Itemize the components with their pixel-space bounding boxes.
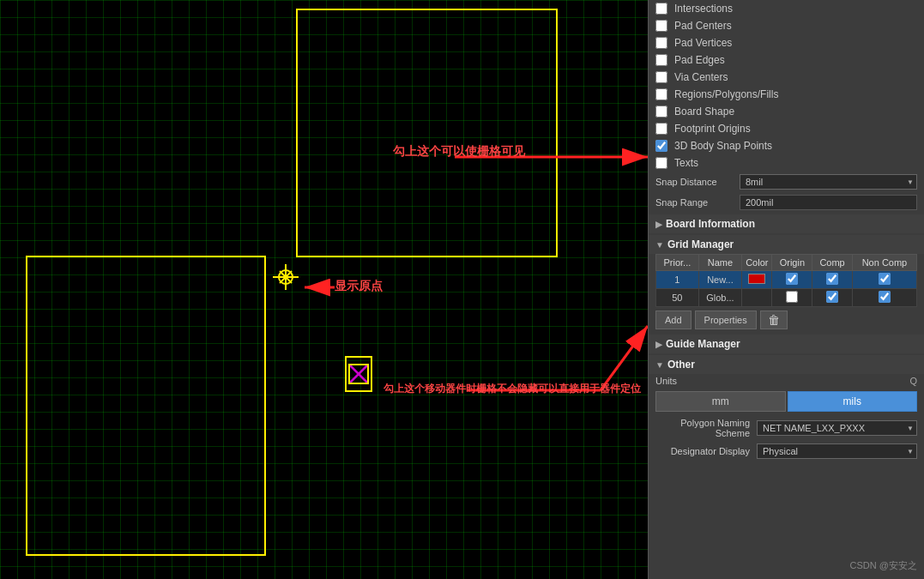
- unit-mils-button[interactable]: mils: [788, 391, 918, 412]
- pcb-rect-2: [26, 256, 266, 556]
- snap-item-texts[interactable]: Texts: [649, 154, 924, 172]
- row2-non-comp[interactable]: [852, 289, 916, 307]
- origin-marker: [273, 264, 299, 290]
- polygon-naming-row: Polygon NamingScheme NET NAME_LXX_PXXX: [649, 415, 924, 441]
- row2-name: Glob...: [698, 289, 741, 307]
- other-label: Other: [667, 359, 695, 371]
- col-name: Name: [698, 255, 741, 271]
- snap-item-board-shape[interactable]: Board Shape: [649, 103, 924, 120]
- table-row[interactable]: 50 Glob...: [656, 289, 917, 307]
- delete-grid-button[interactable]: 🗑: [760, 311, 788, 329]
- board-information-label: Board Information: [666, 218, 755, 230]
- unit-mm-button[interactable]: mm: [655, 391, 786, 412]
- snap-texts-label: Texts: [674, 157, 917, 169]
- row2-priority: 50: [656, 289, 699, 307]
- grid-manager-header[interactable]: ▼ Grid Manager: [649, 235, 924, 254]
- guide-manager-label: Guide Manager: [666, 338, 740, 350]
- snap-3d-body-label: 3D Body Snap Points: [674, 140, 917, 152]
- board-info-triangle: ▶: [655, 220, 662, 229]
- snap-items-list: Intersections Pad Centers Pad Vertices P…: [649, 0, 924, 172]
- col-comp: Comp: [812, 255, 853, 271]
- row2-non-comp-checkbox[interactable]: [879, 291, 891, 303]
- snap-distance-select[interactable]: 8mil: [740, 174, 917, 190]
- snap-pad-vertices-checkbox[interactable]: [655, 37, 667, 49]
- polygon-naming-label: Polygon NamingScheme: [655, 418, 750, 438]
- row1-origin-checkbox[interactable]: [786, 273, 798, 285]
- polygon-naming-dropdown-wrapper[interactable]: NET NAME_LXX_PXXX: [757, 420, 917, 436]
- annotation-bot: 勾上这个移动器件时栅格不会隐藏可以直接用于器件定位: [383, 382, 641, 396]
- row1-priority: 1: [656, 271, 699, 289]
- right-panel: Intersections Pad Centers Pad Vertices P…: [648, 0, 924, 579]
- designator-display-label: Designator Display: [655, 446, 750, 456]
- snap-pad-edges-checkbox[interactable]: [655, 54, 667, 66]
- row2-origin-checkbox[interactable]: [786, 291, 798, 303]
- snap-range-row: Snap Range: [649, 192, 924, 213]
- row1-color[interactable]: [742, 271, 772, 289]
- snap-via-centers-checkbox[interactable]: [655, 71, 667, 83]
- row2-comp[interactable]: [812, 289, 853, 307]
- col-non-comp: Non Comp: [852, 255, 916, 271]
- snap-intersections-label: Intersections: [674, 3, 917, 15]
- polygon-naming-select[interactable]: NET NAME_LXX_PXXX: [757, 420, 917, 436]
- grid-manager-triangle: ▼: [655, 240, 664, 250]
- units-search-icon: Q: [909, 376, 917, 386]
- snap-item-intersections[interactable]: Intersections: [649, 0, 924, 17]
- snap-texts-checkbox[interactable]: [655, 157, 667, 169]
- col-priority: Prior...: [656, 255, 699, 271]
- color-swatch-1: [748, 274, 765, 284]
- units-text-label: Units: [655, 376, 677, 386]
- watermark: CSDN @安安之: [850, 559, 917, 572]
- other-triangle: ▼: [655, 360, 664, 370]
- row2-origin[interactable]: [772, 289, 812, 307]
- snap-item-pad-vertices[interactable]: Pad Vertices: [649, 34, 924, 51]
- annotation-top: 勾上这个可以使栅格可见: [393, 144, 525, 160]
- snap-range-input[interactable]: [740, 195, 917, 210]
- snap-distance-dropdown-wrapper[interactable]: 8mil: [740, 174, 917, 190]
- snap-item-pad-edges[interactable]: Pad Edges: [649, 51, 924, 69]
- snap-regions-label: Regions/Polygons/Fills: [674, 88, 917, 100]
- snap-intersections-checkbox[interactable]: [655, 3, 667, 15]
- guide-manager-header[interactable]: ▶ Guide Manager: [649, 335, 924, 353]
- snap-footprint-origins-checkbox[interactable]: [655, 123, 667, 135]
- snap-regions-checkbox[interactable]: [655, 88, 667, 100]
- designator-display-select[interactable]: Physical Logical: [757, 443, 917, 459]
- component-marker: [345, 356, 372, 392]
- snap-board-shape-checkbox[interactable]: [655, 106, 667, 118]
- snap-footprint-origins-label: Footprint Origins: [674, 123, 917, 135]
- properties-button[interactable]: Properties: [695, 311, 757, 329]
- snap-via-centers-label: Via Centers: [674, 71, 917, 83]
- snap-item-footprint-origins[interactable]: Footprint Origins: [649, 120, 924, 137]
- row1-origin[interactable]: [772, 271, 812, 289]
- snap-item-via-centers[interactable]: Via Centers: [649, 69, 924, 86]
- pcb-canvas[interactable]: 勾上这个可以使栅格可见 显示原点 勾上这个移动器件时栅格不会隐藏可以直接用于器件…: [0, 0, 648, 579]
- col-color: Color: [742, 255, 772, 271]
- grid-table-container: Prior... Name Color Origin Comp Non Comp…: [649, 254, 924, 307]
- snap-distance-label: Snap Distance: [655, 177, 733, 187]
- snap-board-shape-label: Board Shape: [674, 106, 917, 118]
- row1-non-comp[interactable]: [852, 271, 916, 289]
- designator-display-dropdown-wrapper[interactable]: Physical Logical: [757, 443, 917, 459]
- snap-item-regions[interactable]: Regions/Polygons/Fills: [649, 86, 924, 103]
- row2-color: [742, 289, 772, 307]
- snap-item-pad-centers[interactable]: Pad Centers: [649, 17, 924, 34]
- snap-range-label: Snap Range: [655, 197, 733, 208]
- annotation-mid: 显示原点: [335, 279, 383, 294]
- table-row[interactable]: 1 New...: [656, 271, 917, 289]
- table-buttons-row: Add Properties 🗑: [649, 307, 924, 333]
- pcb-rect-1: [296, 9, 558, 257]
- row1-name: New...: [698, 271, 741, 289]
- snap-pad-vertices-label: Pad Vertices: [674, 37, 917, 49]
- snap-item-3d-body[interactable]: 3D Body Snap Points: [649, 137, 924, 154]
- other-header[interactable]: ▼ Other: [649, 355, 924, 374]
- snap-pad-centers-label: Pad Centers: [674, 20, 917, 32]
- board-information-header[interactable]: ▶ Board Information: [649, 214, 924, 233]
- row1-comp-checkbox[interactable]: [826, 273, 838, 285]
- snap-pad-centers-checkbox[interactable]: [655, 20, 667, 32]
- row2-comp-checkbox[interactable]: [826, 291, 838, 303]
- add-grid-button[interactable]: Add: [655, 311, 691, 329]
- grid-manager-label: Grid Manager: [667, 238, 734, 250]
- grid-table: Prior... Name Color Origin Comp Non Comp…: [655, 254, 917, 307]
- row1-non-comp-checkbox[interactable]: [879, 273, 891, 285]
- snap-3d-body-checkbox[interactable]: [655, 140, 667, 152]
- row1-comp[interactable]: [812, 271, 853, 289]
